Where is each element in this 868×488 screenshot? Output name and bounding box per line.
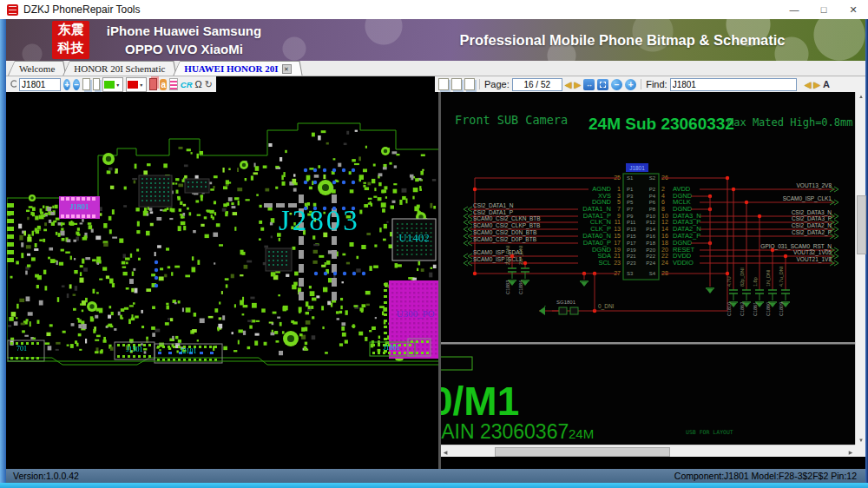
page-input[interactable] bbox=[512, 78, 562, 91]
schematic-text: 22P_DNI bbox=[518, 245, 523, 265]
schematic-text: P14 bbox=[646, 227, 655, 232]
annotate-button[interactable]: A bbox=[823, 79, 830, 89]
schematic-text: VOUT21_1V8 bbox=[797, 256, 832, 263]
fit-page-button[interactable] bbox=[597, 79, 608, 90]
tab-welcome-label: Welcome bbox=[19, 63, 55, 74]
find-prev-button[interactable]: ◀ bbox=[805, 80, 812, 89]
schematic-zoom-in-button[interactable]: + bbox=[625, 79, 636, 90]
copy-page-icon[interactable] bbox=[451, 78, 462, 90]
prev-page-button[interactable]: ◀ bbox=[565, 80, 572, 89]
component-search-button[interactable]: CR bbox=[181, 80, 193, 89]
chevron-down-icon[interactable]: ▾ bbox=[115, 82, 122, 88]
top-layer-color-picker[interactable]: ▾ bbox=[102, 77, 123, 92]
schematic-text: P20 bbox=[646, 247, 655, 253]
schematic-text: C1809 bbox=[779, 302, 784, 316]
schematic-text: P24 bbox=[646, 260, 655, 266]
schematic-text: P21 bbox=[627, 254, 636, 259]
schematic-text: SCAM0_CSI2_CLKP_BTB bbox=[473, 222, 540, 229]
schematic-text: 82p_DNI bbox=[740, 267, 745, 287]
schematic-text: 23 bbox=[614, 260, 621, 266]
schematic-text: 22 bbox=[661, 253, 668, 259]
window-frame-bottom bbox=[0, 483, 868, 488]
schematic-text: P15 bbox=[627, 234, 636, 239]
net-list-button[interactable] bbox=[169, 78, 177, 90]
app-window: DZKJ PhoneRepair Tools — □ ✕ 东震 科技 iPhon… bbox=[0, 0, 868, 488]
tab-huawei-honor20i[interactable]: HUAWEI HONOR 20I✕ bbox=[173, 61, 302, 76]
schematic-text: P5 bbox=[627, 200, 634, 205]
tab-welcome[interactable]: Welcome bbox=[8, 61, 66, 76]
fit-width-button[interactable]: ↔ bbox=[583, 79, 595, 90]
schematic-text: 14 bbox=[661, 226, 668, 232]
chevron-down-icon[interactable]: ▾ bbox=[138, 82, 145, 88]
schematic-text: SCAM0_ISP_SDA1 bbox=[473, 249, 523, 256]
horizontal-scrollbar[interactable]: ◀ ▶ bbox=[441, 445, 855, 457]
tab-close-icon[interactable]: ✕ bbox=[282, 64, 292, 74]
pcb-bitmap-view[interactable]: J2803 U1402 U300_PO J1801 701 J1501 J210… bbox=[7, 92, 438, 469]
tab-honor20i-schematic[interactable]: HONOR 20I Schematic bbox=[62, 61, 176, 76]
paste-layer-icon[interactable] bbox=[93, 78, 100, 90]
schematic-text: C1884 bbox=[518, 280, 523, 294]
page-icon[interactable] bbox=[438, 78, 449, 90]
sg1801-value: 0_DNI bbox=[598, 303, 615, 310]
schematic-text: VDDIO bbox=[673, 259, 694, 267]
schematic-text: SCAM0_ISP_CLK1 bbox=[783, 195, 832, 202]
label-toggle-button[interactable]: a bbox=[160, 79, 167, 90]
schematic-text: 19 bbox=[614, 247, 621, 253]
schematic-text: 15 bbox=[614, 233, 621, 239]
resistance-button[interactable]: Ω bbox=[195, 79, 202, 89]
schematic-text: 13 bbox=[614, 226, 621, 232]
logo-line2: 科技 bbox=[52, 39, 89, 57]
brands-line2: OPPO VIVO XiaoMi bbox=[93, 40, 275, 58]
component-status-text: Component:J1801 Model:F28-3$2F$2 Pin:12 bbox=[674, 471, 865, 481]
schematic-zoom-out-button[interactable]: − bbox=[611, 79, 622, 90]
footer-note-text: USB FOR LAYOUT bbox=[686, 429, 733, 436]
scroll-left-icon[interactable]: ◀ bbox=[441, 449, 450, 455]
toolbar-row: + − ▾ ▾ a CR Ω ↻ Page: ◀ bbox=[6, 76, 865, 92]
schematic-text: S3 bbox=[627, 271, 634, 276]
schematic-text: P3 bbox=[627, 194, 634, 199]
connector-ref-j1801[interactable]: J1801 bbox=[629, 165, 645, 171]
schematic-view[interactable]: Front SUB Camera 24M Sub 23060332 Max Ma… bbox=[441, 92, 855, 445]
board-zoom-in-button[interactable]: + bbox=[63, 79, 70, 90]
refresh-button[interactable]: ↻ bbox=[205, 79, 213, 90]
status-bar: Version:1.0.0.42 Component:J1801 Model:F… bbox=[6, 469, 865, 483]
find-input[interactable] bbox=[670, 78, 797, 91]
next-page-button[interactable]: ▶ bbox=[574, 80, 581, 89]
component-label-j2101[interactable]: J2101 bbox=[155, 347, 222, 355]
bottom-layer-color-picker[interactable]: ▾ bbox=[126, 77, 147, 92]
maximize-button[interactable]: □ bbox=[809, 1, 838, 18]
sg1801-ref: SG1801 bbox=[556, 300, 576, 305]
component-label-j2803[interactable]: J2803 bbox=[279, 205, 360, 237]
flip-board-icon[interactable] bbox=[149, 78, 157, 90]
selected-component-label-j1801[interactable]: J1801 bbox=[59, 202, 100, 211]
find-next-button[interactable]: ▶ bbox=[813, 80, 820, 89]
board-search-input[interactable] bbox=[19, 78, 61, 91]
schematic-text: P22 bbox=[646, 254, 655, 259]
schematic-text: P8 bbox=[649, 207, 656, 212]
component-label-u1402[interactable]: U1402 bbox=[391, 231, 437, 245]
main-area: J2803 U1402 U300_PO J1801 701 J1501 J210… bbox=[6, 92, 865, 469]
close-button[interactable]: ✕ bbox=[838, 1, 868, 18]
vertical-scrollbar[interactable]: ▲ ▼ bbox=[855, 92, 865, 445]
schematic-text: 20 bbox=[661, 247, 668, 253]
paste-page-icon[interactable] bbox=[464, 78, 475, 90]
schematic-text: P16 bbox=[646, 234, 655, 239]
pcb-canvas[interactable] bbox=[7, 92, 438, 469]
component-label-701[interactable]: 701 bbox=[9, 345, 35, 353]
component-label-j1801-bottom[interactable]: J1801 bbox=[369, 344, 414, 352]
vertical-scroll-thumb[interactable] bbox=[857, 195, 866, 254]
schematic-text: SCL bbox=[598, 259, 611, 267]
component-label-u300[interactable]: U300_PO bbox=[388, 308, 444, 319]
scroll-right-icon[interactable]: ▶ bbox=[846, 449, 855, 455]
minimize-button[interactable]: — bbox=[779, 1, 809, 18]
schematic-text: 10 bbox=[661, 213, 668, 219]
copy-layer-icon[interactable] bbox=[82, 78, 89, 90]
board-zoom-out-button[interactable]: − bbox=[73, 79, 80, 90]
schematic-text: CSI2_DATA2_N bbox=[792, 222, 832, 229]
horizontal-scroll-thumb[interactable] bbox=[495, 447, 670, 457]
component-label-j1501[interactable]: J1501 bbox=[115, 346, 155, 353]
scroll-down-icon[interactable]: ▼ bbox=[856, 438, 866, 443]
schematic-text: 4 bbox=[661, 193, 665, 199]
scroll-up-icon[interactable]: ▲ bbox=[856, 94, 866, 99]
footer-24m-text: 24M bbox=[569, 426, 594, 441]
